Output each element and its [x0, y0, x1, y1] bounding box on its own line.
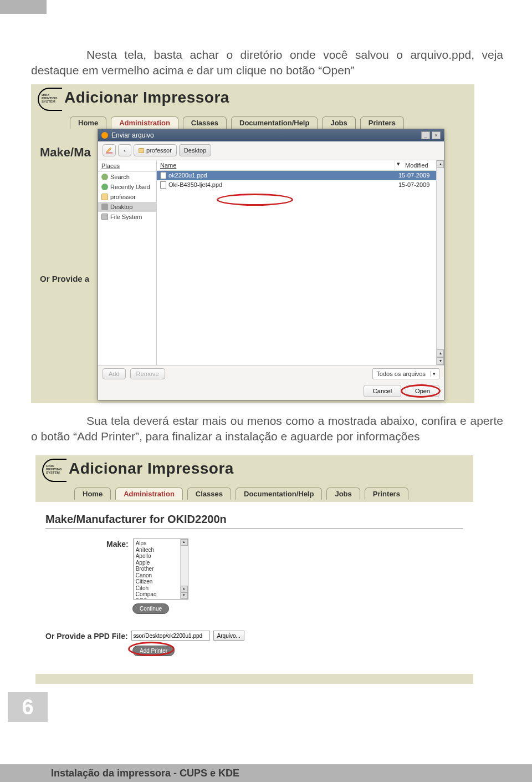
- instruction-1: Nesta tela, basta achar o diretório onde…: [31, 47, 503, 79]
- tab-documentation[interactable]: Documentation/Help: [231, 116, 318, 129]
- folder-icon: [101, 194, 108, 200]
- tab-classes[interactable]: Classes: [183, 116, 227, 129]
- instruction-2: Sua tela deverá estar mais ou menos como…: [31, 413, 503, 445]
- make-select-scrollbar[interactable]: ▴ ▴ ▾: [180, 539, 188, 599]
- page-footer: Instalação da impressora - CUPS e KDE: [0, 764, 532, 782]
- cups-title: Adicionar Impressora: [69, 460, 234, 478]
- scroll-down-icon[interactable]: ▾: [437, 357, 444, 365]
- scroll-up-icon[interactable]: ▴: [437, 349, 444, 357]
- tab-printers[interactable]: Printers: [360, 116, 404, 129]
- desktop-icon: [101, 204, 108, 210]
- file-row-selected[interactable]: ok2200u1.ppd 15-07-2009: [157, 171, 444, 180]
- recent-icon: [101, 184, 108, 190]
- tab-home[interactable]: Home: [70, 116, 106, 129]
- col-header-name[interactable]: Name: [157, 160, 395, 170]
- tab-jobs[interactable]: Jobs: [326, 488, 360, 500]
- cancel-button[interactable]: Cancel: [364, 385, 401, 397]
- cups-nav-tabs: Home Administration Classes Documentatio…: [70, 116, 474, 129]
- or-provide-truncated: Or Provide a: [40, 274, 89, 283]
- continue-button[interactable]: Continue: [132, 603, 169, 614]
- scroll-up-icon[interactable]: ▴: [437, 160, 444, 168]
- scroll-down-icon[interactable]: ▾: [181, 592, 188, 599]
- edit-path-button[interactable]: [103, 144, 116, 156]
- make-select-list[interactable]: Alps Anitech Apollo Apple Brother Canon …: [133, 539, 188, 600]
- places-header: Places: [98, 160, 156, 172]
- screenshot-cups-add-printer: UNIX PRINTING SYSTEM Adicionar Impressor…: [35, 455, 473, 684]
- ppd-file-input[interactable]: [131, 631, 210, 641]
- scroll-up-icon[interactable]: ▴: [181, 586, 188, 592]
- place-professor[interactable]: professor: [98, 192, 156, 202]
- file-icon: [160, 172, 166, 179]
- cups-logo: UNIX PRINTING SYSTEM: [38, 88, 62, 111]
- footer-title: Instalação da impressora - CUPS e KDE: [51, 768, 239, 779]
- file-icon: [160, 181, 166, 189]
- tab-printers[interactable]: Printers: [365, 488, 408, 500]
- minimize-button[interactable]: _: [421, 131, 430, 139]
- place-file-system[interactable]: File System: [98, 212, 156, 222]
- scroll-up-icon[interactable]: ▴: [181, 539, 188, 546]
- open-button[interactable]: Open: [406, 385, 439, 397]
- drive-icon: [101, 214, 108, 220]
- close-button[interactable]: ×: [432, 131, 441, 139]
- dialog-title: Enviar arquivo: [111, 131, 154, 139]
- firefox-icon: [101, 132, 108, 139]
- tab-home[interactable]: Home: [74, 488, 111, 500]
- path-back-button[interactable]: ‹: [118, 144, 131, 156]
- places-sidebar: Places Search Recently Used professor De…: [98, 160, 157, 365]
- add-printer-button[interactable]: Add Printer: [132, 646, 175, 656]
- cups-title: Adicionar Impressora: [64, 89, 229, 106]
- remove-bookmark-button[interactable]: Remove: [130, 368, 165, 379]
- tab-documentation[interactable]: Documentation/Help: [236, 488, 322, 500]
- svg-rect-0: [106, 152, 112, 154]
- path-segment-professor[interactable]: professor: [134, 144, 177, 156]
- tab-jobs[interactable]: Jobs: [322, 116, 355, 129]
- ppd-label: Or Provide a PPD File:: [45, 632, 128, 641]
- browse-file-button[interactable]: Arquivo...: [213, 631, 244, 641]
- tab-administration[interactable]: Administration: [115, 488, 183, 500]
- file-row[interactable]: Oki-B4350-ljet4.ppd 15-07-2009: [157, 180, 444, 190]
- make-label: Make:: [106, 540, 129, 549]
- path-segment-desktop[interactable]: Desktop: [179, 144, 211, 156]
- dialog-titlebar: Enviar arquivo _ ×: [98, 129, 444, 141]
- col-name-sort-icon[interactable]: ▾: [395, 160, 402, 170]
- add-bookmark-button[interactable]: Add: [103, 368, 126, 379]
- tab-classes[interactable]: Classes: [187, 488, 231, 500]
- file-list-scrollbar[interactable]: ▴ ▴ ▾: [436, 160, 444, 365]
- place-desktop[interactable]: Desktop: [98, 202, 156, 212]
- place-recently-used[interactable]: Recently Used: [98, 182, 156, 192]
- highlight-oval-file: [217, 194, 293, 206]
- tab-administration[interactable]: Administration: [111, 116, 178, 129]
- cups-logo: UNIX PRINTING SYSTEM: [42, 459, 66, 482]
- search-icon: [101, 174, 108, 180]
- place-search[interactable]: Search: [98, 172, 156, 182]
- file-open-dialog: Enviar arquivo _ × ‹ professor Desktop P…: [98, 129, 444, 400]
- folder-icon: [139, 148, 144, 153]
- screenshot-cups-file-dialog: UNIX PRINTING SYSTEM Adicionar Impressor…: [31, 84, 474, 403]
- cups-nav-tabs: Home Administration Classes Documentatio…: [74, 488, 473, 500]
- page-number: 6: [8, 692, 48, 722]
- file-list: Name ▾ Modified ok2200u1.ppd 15-07-2009 …: [157, 160, 444, 365]
- chevron-down-icon: ▾: [430, 371, 436, 377]
- section-heading: Make/Manufacturer for OKID2200n: [45, 513, 463, 529]
- file-filter-dropdown[interactable]: Todos os arquivos ▾: [372, 368, 439, 379]
